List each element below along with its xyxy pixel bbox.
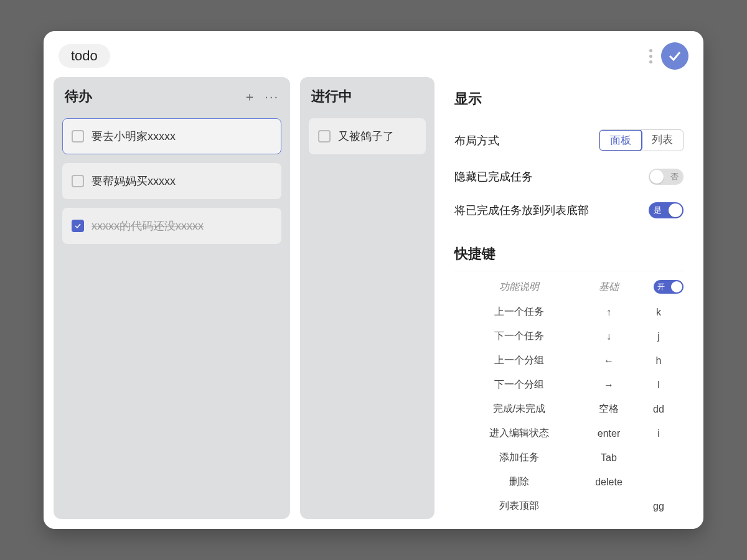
shortcut-alt: h: [656, 355, 662, 366]
column-in-progress: 进行中 又被鸽子了: [300, 77, 435, 519]
shortcut-row: 添加任务Tab: [454, 446, 684, 470]
shortcuts-header-base: 基础: [599, 281, 619, 294]
divider: [454, 271, 684, 271]
shortcuts-section-title: 快捷键: [454, 245, 684, 263]
more-vertical-icon[interactable]: [647, 47, 655, 66]
shortcut-row: 完成/未完成空格dd: [454, 397, 684, 421]
toggle-knob: [671, 281, 682, 292]
layout-segmented-control[interactable]: 面板 列表: [599, 129, 684, 151]
check-icon: [667, 49, 682, 63]
move-done-bottom-toggle[interactable]: 是: [649, 202, 684, 218]
board: 待办 ＋ ··· 要去小明家xxxxx 要帮妈妈买xxxxx: [54, 77, 435, 519]
shortcut-row: 列表底部G: [454, 518, 684, 519]
shortcuts-header-fn: 功能说明: [499, 281, 539, 294]
column-menu-icon[interactable]: ···: [265, 90, 279, 104]
shortcut-base: 空格: [599, 403, 619, 416]
hide-done-row: 隐藏已完成任务 否: [454, 160, 684, 194]
column-todo: 待办 ＋ ··· 要去小明家xxxxx 要帮妈妈买xxxxx: [54, 77, 290, 519]
shortcut-row: 上一个任务↑k: [454, 300, 684, 324]
toggle-label: 开: [657, 282, 665, 292]
shortcut-row: 列表顶部gg: [454, 494, 684, 518]
shortcut-alt: gg: [653, 501, 664, 512]
shortcut-fn: 添加任务: [499, 451, 539, 464]
layout-option-panel[interactable]: 面板: [599, 129, 642, 151]
display-section-title: 显示: [454, 90, 684, 108]
shortcut-alt: j: [657, 331, 660, 342]
toggle-knob: [650, 170, 664, 184]
hide-done-toggle[interactable]: 否: [649, 169, 684, 185]
topbar: todo: [44, 31, 703, 77]
top-actions: [647, 42, 688, 70]
shortcut-alt: l: [657, 380, 660, 391]
checkbox-icon[interactable]: [72, 130, 84, 142]
checkbox-icon[interactable]: [318, 130, 331, 142]
shortcut-base: ←: [604, 355, 614, 366]
column-title: 待办: [65, 87, 92, 106]
shortcut-row: 进入编辑状态enteri: [454, 421, 684, 446]
shortcut-fn: 完成/未完成: [493, 403, 545, 416]
shortcut-row: 下一个任务↓j: [454, 324, 684, 348]
shortcuts-header-toggle: 开: [654, 280, 684, 294]
task-text: xxxxx的代码还没xxxxx: [92, 218, 204, 233]
shortcut-fn: 删除: [509, 475, 529, 488]
toggle-knob: [669, 203, 682, 217]
move-done-bottom-label: 将已完成任务放到列表底部: [454, 203, 589, 218]
column-title: 进行中: [311, 87, 352, 106]
shortcut-row: 上一个分组←h: [454, 348, 684, 373]
task-item[interactable]: xxxxx的代码还没xxxxx: [62, 208, 281, 244]
task-item[interactable]: 又被鸽子了: [309, 118, 426, 154]
column-header: 待办 ＋ ···: [62, 87, 281, 106]
layout-label: 布局方式: [454, 133, 499, 148]
shortcut-base: enter: [598, 428, 620, 439]
shortcuts-enable-toggle[interactable]: 开: [654, 280, 684, 294]
add-task-icon[interactable]: ＋: [243, 88, 256, 105]
layout-option-list[interactable]: 列表: [642, 130, 683, 151]
page-title[interactable]: todo: [59, 44, 110, 68]
hide-done-label: 隐藏已完成任务: [454, 169, 533, 184]
column-actions: ＋ ···: [243, 88, 279, 105]
confirm-button[interactable]: [661, 42, 688, 70]
shortcuts-list: 上一个任务↑k下一个任务↓j上一个分组←h下一个分组→l完成/未完成空格dd进入…: [454, 300, 684, 519]
move-done-bottom-row: 将已完成任务放到列表底部 是: [454, 194, 684, 227]
shortcut-fn: 下一个分组: [494, 378, 544, 391]
shortcut-row: 删除delete: [454, 470, 684, 494]
shortcut-fn: 列表顶部: [499, 500, 539, 513]
app-card: todo 待办 ＋ ··· 要去小明: [44, 31, 703, 529]
checkbox-icon[interactable]: [72, 175, 84, 187]
task-text: 要帮妈妈买xxxxx: [92, 174, 176, 189]
task-item[interactable]: 要去小明家xxxxx: [62, 118, 281, 154]
layout-row: 布局方式 面板 列表: [454, 121, 684, 160]
shortcut-alt: k: [656, 307, 661, 318]
task-item[interactable]: 要帮妈妈买xxxxx: [62, 163, 281, 199]
shortcut-fn: 上一个任务: [494, 306, 544, 319]
shortcut-row: 下一个分组→l: [454, 373, 684, 397]
shortcut-alt: i: [657, 428, 660, 439]
shortcut-fn: 上一个分组: [494, 354, 544, 367]
shortcuts-header: 功能说明 基础 开: [454, 276, 684, 300]
toggle-label: 是: [654, 205, 662, 216]
shortcut-fn: 下一个任务: [494, 330, 544, 343]
shortcut-base: ↓: [606, 331, 611, 342]
content: 待办 ＋ ··· 要去小明家xxxxx 要帮妈妈买xxxxx: [44, 77, 703, 529]
shortcut-base: Tab: [601, 452, 617, 464]
task-text: 要去小明家xxxxx: [92, 129, 176, 144]
shortcut-alt: dd: [653, 404, 664, 415]
toggle-label: 否: [670, 171, 679, 182]
shortcut-fn: 进入编辑状态: [489, 427, 549, 440]
shortcut-base: →: [604, 380, 614, 391]
shortcut-base: ↑: [606, 307, 611, 318]
shortcut-base: delete: [595, 477, 622, 488]
column-header: 进行中: [309, 87, 426, 106]
checkbox-checked-icon[interactable]: [72, 220, 84, 232]
settings-panel: 显示 布局方式 面板 列表 隐藏已完成任务 否 将已完成任务放到列表底部 是: [444, 77, 693, 519]
task-text: 又被鸽子了: [338, 129, 394, 144]
